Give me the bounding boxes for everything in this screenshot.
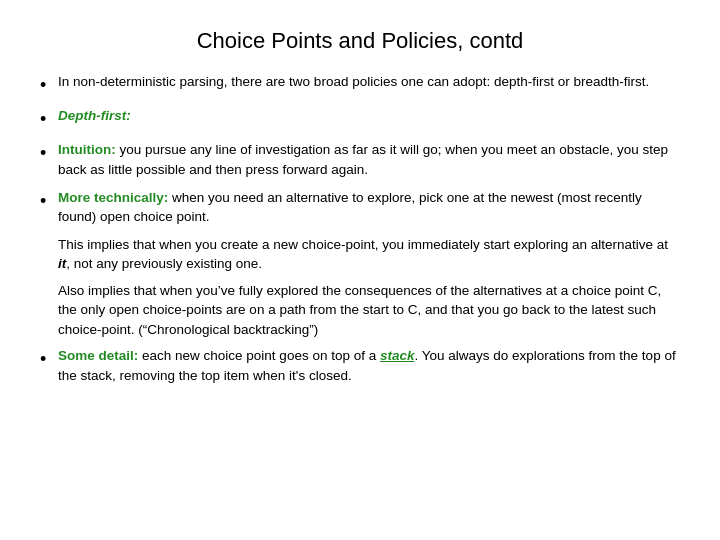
intuition-text: you pursue any line of investigation as … <box>58 142 668 177</box>
bullet-dot-5: • <box>40 347 58 372</box>
bullet-text-2: Depth-first: <box>58 106 680 126</box>
bullet-item-2: • Depth-first: <box>40 106 680 132</box>
bullet-item-4: • More technically: when you need an alt… <box>40 188 680 227</box>
bullet-dot-3: • <box>40 141 58 166</box>
bullet-item-3: • Intuition: you pursue any line of inve… <box>40 140 680 179</box>
depth-first-label: Depth-first: <box>58 108 131 123</box>
non-bullet-2: Also implies that when you’ve fully expl… <box>58 281 680 340</box>
bullet-text-5: Some detail: each new choice point goes … <box>58 346 680 385</box>
intuition-label: Intuition: <box>58 142 116 157</box>
bullet-item-1: • In non-deterministic parsing, there ar… <box>40 72 680 98</box>
some-detail-label: Some detail: <box>58 348 138 363</box>
stack-word: stack <box>380 348 415 363</box>
it-italic: it <box>58 256 66 271</box>
bullet-dot-4: • <box>40 189 58 214</box>
slide: Choice Points and Policies, contd • In n… <box>0 0 720 540</box>
bullet-text-3: Intuition: you pursue any line of invest… <box>58 140 680 179</box>
non-bullet-1: This implies that when you create a new … <box>58 235 680 274</box>
slide-title: Choice Points and Policies, contd <box>40 28 680 54</box>
bullet-text-1: In non-deterministic parsing, there are … <box>58 72 680 92</box>
more-technically-label: More technically: <box>58 190 168 205</box>
bullet-dot-2: • <box>40 107 58 132</box>
bullet-dot-1: • <box>40 73 58 98</box>
slide-content: • In non-deterministic parsing, there ar… <box>40 72 680 512</box>
final-text1: each new choice point goes on top of a <box>138 348 380 363</box>
bullet-item-5: • Some detail: each new choice point goe… <box>40 346 680 385</box>
bullet-text-4: More technically: when you need an alter… <box>58 188 680 227</box>
